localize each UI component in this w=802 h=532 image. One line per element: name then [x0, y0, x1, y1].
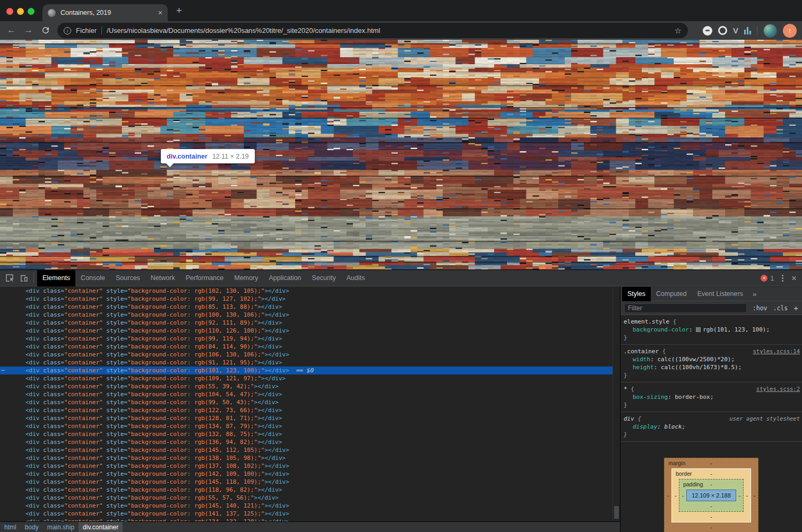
dom-tree-row[interactable]: <div class="container" style="background… [0, 343, 613, 351]
dom-tree-row[interactable]: …<div class="container" style="backgroun… [0, 367, 613, 374]
dom-tree-row[interactable]: <div class="container" style="background… [0, 374, 613, 382]
devtools-close-icon[interactable]: × [791, 274, 797, 283]
devtools-tab-audits[interactable]: Audits [341, 270, 370, 286]
box-model-content[interactable]: 12.109 × 2.188 [686, 490, 736, 501]
more-tabs-icon[interactable]: » [753, 290, 756, 298]
class-toggle[interactable]: .cls [773, 304, 788, 312]
devtools-tab-performance[interactable]: Performance [180, 270, 229, 286]
url-text[interactable]: /Users/nicolasbieva/Documents/dossier%20… [107, 27, 670, 34]
padding-bottom-value[interactable]: - [710, 503, 712, 509]
rule-selector[interactable]: * [624, 386, 627, 393]
breadcrumb-item-html[interactable]: html [0, 522, 21, 532]
devtools-tab-network[interactable]: Network [145, 270, 180, 286]
info-icon[interactable]: i [64, 27, 71, 34]
browser-tab[interactable]: Containers, 2019 × [42, 4, 168, 21]
dom-tree-row[interactable]: <div class="container" style="background… [0, 295, 613, 303]
breadcrumb-item-div-container[interactable]: div.container [79, 522, 123, 532]
dom-tree-scrollbar[interactable] [613, 287, 620, 521]
new-tab-button[interactable]: + [176, 5, 182, 16]
dom-tree-row[interactable]: <div class="container" style="background… [0, 382, 613, 390]
css-declaration[interactable]: width: calc((100vw/2500)*20); [624, 355, 800, 363]
stylesheet-link[interactable]: styles.scss:14 [753, 347, 800, 355]
devtools-tab-console[interactable]: Console [75, 270, 110, 286]
dom-tree-row[interactable]: <div class="container" style="background… [0, 319, 613, 327]
error-badge[interactable]: × 1 [761, 275, 774, 282]
margin-left-value[interactable]: - [665, 492, 671, 499]
dom-tree-row[interactable]: <div class="container" style="background… [0, 502, 613, 510]
dom-tree-row[interactable]: <div class="container" style="background… [0, 414, 613, 422]
dom-tree-row[interactable]: <div class="container" style="background… [0, 446, 613, 454]
devtools-tab-elements[interactable]: Elements [37, 270, 75, 286]
traffic-light-zoom[interactable] [28, 8, 35, 15]
styles-filter-input[interactable] [624, 303, 747, 313]
padding-right-value[interactable]: - [736, 492, 743, 499]
traffic-light-close[interactable] [6, 8, 13, 15]
devtools-tab-memory[interactable]: Memory [229, 270, 263, 286]
color-swatch[interactable] [696, 327, 701, 332]
dom-tree-row[interactable]: <div class="container" style="background… [0, 518, 613, 521]
tab-close-icon[interactable]: × [158, 8, 162, 17]
border-left-value[interactable]: - [672, 492, 679, 499]
padding-top-value[interactable]: - [710, 481, 712, 487]
dom-tree-row[interactable]: <div class="container" style="background… [0, 327, 613, 335]
containers-photo[interactable] [0, 40, 802, 269]
dom-tree-row[interactable]: <div class="container" style="background… [0, 422, 613, 430]
dom-tree-row[interactable]: <div class="container" style="background… [0, 470, 613, 478]
scrollbar-thumb[interactable] [614, 506, 619, 519]
new-style-rule-button[interactable]: + [794, 303, 798, 312]
extension-ring-icon[interactable] [718, 26, 727, 35]
margin-bottom-value[interactable]: - [710, 524, 712, 530]
dom-tree-row[interactable]: <div class="container" style="background… [0, 462, 613, 470]
border-right-value[interactable]: - [744, 492, 751, 499]
dom-tree-row[interactable]: <div class="container" style="background… [0, 311, 613, 319]
box-model-border[interactable]: border - - padding - [671, 468, 751, 522]
css-declaration[interactable]: height: calc((100vh/1673)*8.5); [624, 363, 800, 371]
bookmark-star-icon[interactable]: ☆ [675, 26, 682, 36]
dom-tree-row[interactable]: <div class="container" style="background… [0, 486, 613, 494]
dom-tree-row[interactable]: <div class="container" style="background… [0, 351, 613, 359]
dom-tree-row[interactable]: <div class="container" style="background… [0, 359, 613, 367]
browser-update-button[interactable]: ↑ [783, 24, 797, 38]
devtools-tab-security[interactable]: Security [307, 270, 341, 286]
devtools-tab-application[interactable]: Application [263, 270, 306, 286]
profile-avatar[interactable] [763, 24, 777, 38]
breadcrumb-item-main-ship[interactable]: main.ship [43, 522, 79, 532]
dom-tree-row[interactable]: <div class="container" style="background… [0, 406, 613, 414]
devtools-tab-sources[interactable]: Sources [110, 270, 145, 286]
pseudo-state-toggle[interactable]: :hov [753, 304, 767, 312]
back-icon[interactable]: ← [7, 25, 16, 36]
dom-tree-row[interactable]: <div class="container" style="background… [0, 335, 613, 343]
styles-tab-styles[interactable]: Styles [622, 287, 651, 301]
padding-left-value[interactable]: - [679, 492, 686, 499]
styles-tab-computed[interactable]: Computed [651, 287, 692, 301]
dom-tree-row[interactable]: <div class="container" style="background… [0, 398, 613, 406]
margin-right-value[interactable]: - [751, 492, 758, 499]
styles-tab-event-listeners[interactable]: Event Listeners [692, 287, 748, 301]
rule-selector[interactable]: element.style [624, 318, 669, 325]
dom-tree-row[interactable]: <div class="container" style="background… [0, 303, 613, 311]
extension-v-icon[interactable]: V [733, 26, 738, 35]
dom-tree-row[interactable]: <div class="container" style="background… [0, 478, 613, 486]
css-declaration[interactable]: background-color: rgb(101, 123, 100); [624, 326, 800, 334]
rule-selector[interactable]: .container [624, 348, 659, 355]
dom-tree-row[interactable]: <div class="container" style="background… [0, 494, 613, 502]
dom-tree-row[interactable]: <div class="container" style="background… [0, 454, 613, 462]
inspect-element-icon[interactable] [5, 273, 14, 283]
dom-tree-row[interactable]: <div class="container" style="background… [0, 438, 613, 446]
forward-icon[interactable]: → [24, 25, 33, 36]
css-declaration[interactable]: box-sizing: border-box; [624, 393, 800, 401]
margin-top-value[interactable]: - [710, 460, 712, 466]
box-model-padding[interactable]: padding - - 12.109 × 2.188 - [679, 479, 744, 512]
extension-bars-icon[interactable] [744, 27, 751, 34]
stylesheet-link[interactable]: styles.scss:2 [756, 385, 800, 393]
dom-tree-row[interactable]: <div class="container" style="background… [0, 510, 613, 518]
traffic-light-minimize[interactable] [17, 8, 24, 15]
address-bar[interactable]: i Fichier /Users/nicolasbieva/Documents/… [57, 23, 688, 38]
css-declaration[interactable]: display: block; [624, 423, 800, 431]
dom-tree-row[interactable]: <div class="container" style="background… [0, 287, 613, 295]
border-top-value[interactable]: - [710, 470, 712, 477]
box-model-margin[interactable]: margin - - border - - [664, 458, 758, 532]
devtools-menu-icon[interactable] [782, 275, 783, 282]
dom-tree-row[interactable]: <div class="container" style="background… [0, 430, 613, 438]
breadcrumb-item-body[interactable]: body [21, 522, 43, 532]
